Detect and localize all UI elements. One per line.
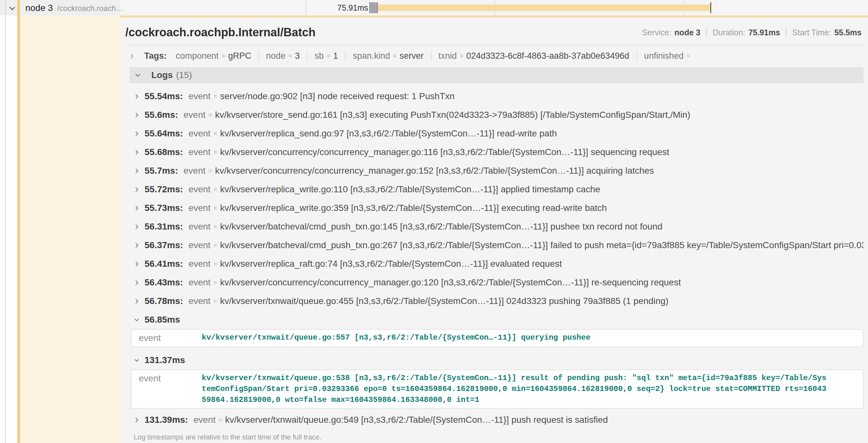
span-end-marker <box>710 2 711 13</box>
log-entry-row[interactable]: 131.39ms:event=kv/kvserver/txnwait/queue… <box>130 414 864 425</box>
log-detail-value: kv/kvserver/txnwait/queue.go:538 [n3,s3,… <box>202 373 831 405</box>
log-rows: 55.54ms:event=server/node.go:902 [n3] no… <box>130 83 864 425</box>
tag-item[interactable]: component=gRPC <box>169 51 259 61</box>
chevron-right-icon <box>134 298 140 304</box>
span-duration-label: 75.91ms <box>337 3 368 12</box>
tag-key: sb <box>314 51 324 61</box>
chevron-right-icon <box>128 53 135 59</box>
equals-sign: = <box>460 52 464 60</box>
chevron-right-icon <box>134 224 140 230</box>
equals-sign: = <box>213 130 217 137</box>
chevron-right-icon <box>134 280 140 286</box>
tag-key: txnid <box>438 51 457 61</box>
tag-item[interactable]: txnid=024d3323-6c8f-4863-aa8b-37ab0e6349… <box>431 51 637 61</box>
equals-sign: = <box>327 52 331 60</box>
stat-separator <box>706 28 707 37</box>
equals-sign: = <box>209 111 212 119</box>
chevron-right-icon <box>134 261 140 267</box>
span-service-name[interactable]: node 3 <box>25 3 53 13</box>
tag-value: gRPC <box>228 51 251 61</box>
tags-row[interactable]: Tags: component=gRPCnode=3sb=1span.kind=… <box>125 45 864 65</box>
log-detail-key: event <box>132 332 202 344</box>
log-entry-row-expanded[interactable]: 131.37ms <box>130 355 864 366</box>
equals-sign: = <box>213 93 217 100</box>
equals-sign: = <box>213 279 217 286</box>
timeline-gridline <box>306 0 306 15</box>
log-entry-row-expanded[interactable]: 56.85ms <box>130 314 864 325</box>
span-operation-name[interactable]: /cockroach.roach… <box>57 4 124 13</box>
log-detail-value: kv/kvserver/txnwait/queue.go:557 [n3,s3,… <box>202 332 590 344</box>
log-message: server/node.go:902 [n3] node received re… <box>220 91 455 101</box>
log-timestamp: 131.37ms <box>145 355 185 365</box>
log-entry-row[interactable]: 56.37ms:event=kv/kvserver/batcheval/cmd_… <box>130 240 864 251</box>
log-entry-row[interactable]: 55.6ms:event=kv/kvserver/store_send.go:1… <box>130 109 864 121</box>
equals-sign: = <box>213 260 217 268</box>
log-message: kv/kvserver/store_send.go:161 [n3,s3] ex… <box>215 110 690 120</box>
log-entry-row[interactable]: 55.54ms:event=server/node.go:902 [n3] no… <box>130 91 864 102</box>
tag-item[interactable]: sb=1 <box>307 51 346 61</box>
equals-sign: = <box>213 298 217 305</box>
log-message: kv/kvserver/txnwait/queue.go:455 [n3,s3,… <box>220 296 669 306</box>
equals-sign: = <box>393 52 397 60</box>
log-timestamp: 55.6ms: <box>145 110 178 120</box>
log-timestamp: 55.72ms: <box>145 184 183 195</box>
tag-value: 024d3323-6c8f-4863-aa8b-37ab0e63496d <box>466 51 629 61</box>
equals-sign: = <box>686 52 690 60</box>
equals-sign: = <box>213 149 217 156</box>
chevron-down-icon <box>134 317 140 323</box>
log-detail-table: eventkv/kvserver/txnwait/queue.go:557 [n… <box>131 329 864 347</box>
stat-label: Duration: <box>713 28 745 37</box>
log-entry-row[interactable]: 55.64ms:event=kv/kvserver/replica_send.g… <box>130 128 864 139</box>
span-stats: Service:node 3Duration:75.91msStart Time… <box>642 28 862 37</box>
span-detail-panel: /cockroach.roachpb.Internal/Batch Servic… <box>120 15 868 443</box>
chevron-down-icon <box>134 72 141 79</box>
logs-count: (15) <box>176 70 192 80</box>
log-field-key: event <box>189 222 211 232</box>
log-timestamp: 55.73ms: <box>145 203 183 213</box>
chevron-down-icon[interactable] <box>8 4 17 12</box>
log-entry-row[interactable]: 56.41ms:event=kv/kvserver/replica_raft.g… <box>130 259 864 269</box>
log-field-key: event <box>193 415 216 425</box>
tag-value: server <box>400 51 424 61</box>
chevron-right-icon <box>134 112 140 118</box>
log-entry-row[interactable]: 55.7ms:event=kv/kvserver/concurrency/con… <box>130 165 864 176</box>
tags-label: Tags: <box>144 51 167 61</box>
logs-header[interactable]: Logs (15) <box>130 67 864 83</box>
stat-label: Start Time: <box>792 28 831 37</box>
log-entry-row[interactable]: 56.43ms:event=kv/kvserver/concurrency/co… <box>130 277 864 288</box>
log-message: kv/kvserver/batcheval/cmd_push_txn.go:14… <box>220 222 662 232</box>
log-timestamp: 55.64ms: <box>145 128 183 139</box>
log-entry-row[interactable]: 55.68ms:event=kv/kvserver/concurrency/co… <box>130 147 864 158</box>
log-timestamp: 131.39ms: <box>145 415 188 425</box>
tag-item[interactable]: unfinished= <box>637 51 700 61</box>
log-timestamp: 55.68ms: <box>145 147 183 157</box>
span-duration-bar[interactable] <box>378 4 711 11</box>
span-log-ticks <box>369 2 378 13</box>
stat-value: node 3 <box>675 28 701 37</box>
log-entry-row[interactable]: 55.72ms:event=kv/kvserver/replica_write.… <box>130 184 864 195</box>
tag-key: unfinished <box>644 51 684 61</box>
log-timestamp: 55.54ms: <box>145 91 183 101</box>
chevron-right-icon <box>134 168 140 174</box>
chevron-right-icon <box>134 149 140 156</box>
trace-detail-view: node 3 /cockroach.roach… 75.91ms /cockro… <box>0 0 868 443</box>
log-entry-row[interactable]: 55.73ms:event=kv/kvserver/replica_write.… <box>130 203 864 213</box>
log-timestamp: 55.7ms: <box>145 166 178 176</box>
log-entry-row[interactable]: 56.31ms:event=kv/kvserver/batcheval/cmd_… <box>130 221 864 232</box>
equals-sign: = <box>222 52 225 60</box>
tag-item[interactable]: node=3 <box>259 51 307 61</box>
log-field-key: event <box>183 166 206 176</box>
stat-label: Service: <box>642 28 671 37</box>
equals-sign: = <box>218 416 222 424</box>
tag-item[interactable]: span.kind=server <box>346 51 431 61</box>
chevron-right-icon <box>134 242 140 248</box>
logs-title: Logs <box>151 70 173 80</box>
span-timeline-row[interactable]: node 3 /cockroach.roach… 75.91ms <box>0 0 868 15</box>
span-operation-title: /cockroach.roachpb.Internal/Batch <box>125 26 315 39</box>
chevron-right-icon <box>134 205 140 211</box>
equals-sign: = <box>213 223 217 231</box>
equals-sign: = <box>213 204 217 212</box>
tag-key: span.kind <box>353 51 390 61</box>
chevron-down-icon <box>134 357 140 364</box>
log-entry-row[interactable]: 56.78ms:event=kv/kvserver/txnwait/queue.… <box>130 296 864 307</box>
